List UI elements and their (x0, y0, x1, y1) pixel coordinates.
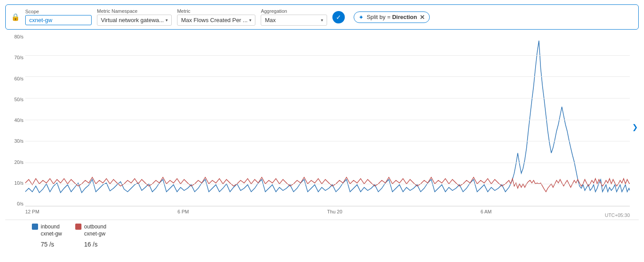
legend-item-outbound: outbound cxnet-gw 16 /s (75, 224, 106, 249)
metric-dropdown[interactable]: Max Flows Created Per ... ▾ (177, 15, 255, 26)
split-by-value: Direction (392, 14, 417, 20)
inbound-number: 75 (41, 241, 48, 248)
outbound-name-label: cxnet-gw (75, 231, 105, 237)
grid-line-70 (25, 55, 630, 56)
legend-inbound-name-row: cxnet-gw (32, 231, 62, 237)
x-label-12pm: 12 PM (25, 209, 39, 214)
y-axis: 0/s 10/s 20/s 30/s 40/s 50/s 60/s 70/s 8… (5, 34, 25, 206)
outbound-direction-label: outbound (84, 224, 106, 230)
legend-outbound-row: outbound (75, 224, 106, 230)
inbound-name-label: cxnet-gw (32, 231, 62, 237)
y-label-10: 10/s (5, 180, 25, 186)
confirm-button[interactable]: ✓ (332, 11, 345, 23)
right-arrow-button[interactable]: ❯ (632, 123, 638, 131)
chart-inner (25, 34, 630, 206)
grid-line-60 (25, 76, 630, 77)
metric-label: Metric (177, 8, 255, 14)
scope-group: Scope (25, 9, 92, 25)
aggregation-group: Aggregation Max ▾ (261, 8, 327, 26)
outbound-line (25, 177, 630, 192)
y-label-50: 50/s (5, 97, 25, 102)
utc-label: UTC+05:30 (605, 213, 630, 218)
legend-outbound-name-row: cxnet-gw (75, 231, 106, 237)
outbound-value: 16 /s (75, 238, 106, 249)
aggregation-label: Aggregation (261, 8, 327, 14)
legend-item-inbound: inbound cxnet-gw 75 /s (32, 224, 62, 249)
split-close-button[interactable]: ✕ (420, 14, 425, 21)
inbound-direction-label: inbound (41, 224, 60, 230)
y-label-80: 80/s (5, 34, 25, 39)
inbound-value: 75 /s (32, 238, 62, 249)
metric-group: Metric Max Flows Created Per ... ▾ (177, 8, 255, 26)
inbound-color-swatch (32, 224, 38, 230)
chart-area: 0/s 10/s 20/s 30/s 40/s 50/s 60/s 70/s 8… (5, 34, 639, 220)
split-by-label: Split by = Direction (366, 14, 417, 20)
outbound-number: 16 (84, 241, 91, 248)
grid-line-40 (25, 120, 630, 120)
chevron-down-icon: ▾ (166, 18, 168, 23)
y-label-70: 70/s (5, 55, 25, 60)
inbound-line (25, 41, 630, 193)
chevron-down-icon: ▾ (249, 18, 251, 23)
x-label-thu20: Thu 20 (327, 209, 342, 214)
outbound-unit: /s (91, 241, 98, 248)
y-label-30: 30/s (5, 138, 25, 144)
metric-namespace-value: Virtual network gatewa... (101, 17, 164, 23)
chart-svg (25, 34, 630, 206)
y-label-0: 0/s (5, 201, 25, 206)
grid-line-10 (25, 184, 630, 184)
x-axis: 12 PM 6 PM Thu 20 6 AM (25, 207, 630, 220)
x-label-6am: 6 AM (481, 209, 492, 214)
metric-value: Max Flows Created Per ... (181, 17, 247, 23)
aggregation-dropdown[interactable]: Max ▾ (261, 15, 327, 26)
check-icon: ✓ (336, 14, 341, 21)
inbound-unit: /s (48, 241, 54, 248)
lock-icon: 🔒 (11, 13, 20, 21)
grid-line-30 (25, 141, 630, 141)
grid-line-20 (25, 163, 630, 163)
toolbar: 🔒 Scope Metric Namespace Virtual network… (5, 4, 639, 30)
metric-namespace-group: Metric Namespace Virtual network gatewa.… (97, 8, 172, 26)
metric-namespace-dropdown[interactable]: Virtual network gatewa... ▾ (97, 15, 172, 26)
metric-namespace-label: Metric Namespace (97, 8, 172, 14)
scope-input[interactable] (25, 15, 92, 25)
chevron-down-icon: ▾ (321, 18, 323, 23)
legend-area: inbound cxnet-gw 75 /s outbound cxnet-gw… (5, 220, 639, 253)
scope-label: Scope (25, 9, 92, 14)
x-label-6pm: 6 PM (177, 209, 189, 214)
y-label-60: 60/s (5, 76, 25, 81)
y-label-40: 40/s (5, 118, 25, 123)
y-label-20: 20/s (5, 159, 25, 165)
grid-line-50 (25, 98, 630, 99)
legend-inbound-row: inbound (32, 224, 62, 230)
outbound-color-swatch (75, 224, 81, 230)
split-icon: ✦ (359, 14, 364, 21)
split-by-badge: ✦ Split by = Direction ✕ (354, 11, 430, 23)
aggregation-value: Max (265, 17, 276, 23)
